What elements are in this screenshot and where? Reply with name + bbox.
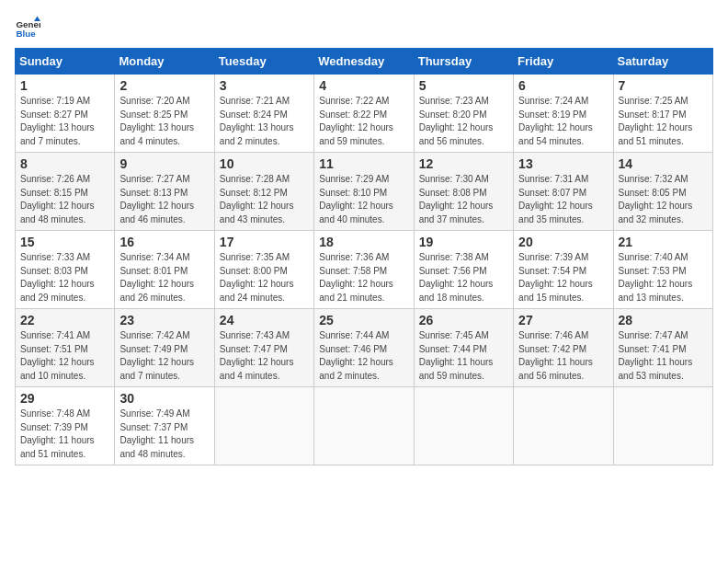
day-info: Sunrise: 7:29 AM Sunset: 8:10 PM Dayligh… (319, 173, 408, 226)
day-info: Sunrise: 7:42 AM Sunset: 7:49 PM Dayligh… (119, 329, 209, 383)
day-info: Sunrise: 7:24 AM Sunset: 8:19 PM Dayligh… (518, 95, 608, 148)
calendar-cell: 20Sunrise: 7:39 AM Sunset: 7:54 PM Dayli… (514, 231, 613, 309)
calendar-cell: 1Sunrise: 7:19 AM Sunset: 8:27 PM Daylig… (16, 75, 115, 153)
day-info: Sunrise: 7:23 AM Sunset: 8:20 PM Dayligh… (419, 95, 508, 148)
calendar-cell: 22Sunrise: 7:41 AM Sunset: 7:51 PM Dayli… (16, 309, 115, 387)
svg-text:Blue: Blue (16, 29, 36, 39)
day-number: 9 (119, 156, 209, 171)
day-info: Sunrise: 7:38 AM Sunset: 7:56 PM Dayligh… (419, 251, 508, 304)
day-info: Sunrise: 7:44 AM Sunset: 7:46 PM Dayligh… (319, 329, 408, 383)
day-number: 27 (518, 313, 608, 327)
day-number: 12 (419, 156, 508, 171)
day-number: 25 (319, 313, 408, 327)
day-info: Sunrise: 7:25 AM Sunset: 8:17 PM Dayligh… (619, 95, 708, 148)
day-number: 19 (419, 235, 508, 249)
day-info: Sunrise: 7:45 AM Sunset: 7:44 PM Dayligh… (419, 329, 508, 383)
day-info: Sunrise: 7:32 AM Sunset: 8:05 PM Dayligh… (619, 173, 708, 226)
calendar-cell: 8Sunrise: 7:26 AM Sunset: 8:15 PM Daylig… (16, 153, 115, 231)
calendar-cell (514, 387, 613, 465)
day-info: Sunrise: 7:27 AM Sunset: 8:13 PM Dayligh… (119, 173, 209, 226)
calendar-week-row: 15Sunrise: 7:33 AM Sunset: 8:03 PM Dayli… (16, 231, 713, 309)
day-info: Sunrise: 7:26 AM Sunset: 8:15 PM Dayligh… (20, 173, 109, 226)
calendar-cell: 26Sunrise: 7:45 AM Sunset: 7:44 PM Dayli… (414, 309, 513, 387)
calendar-cell (314, 387, 414, 465)
day-number: 4 (319, 78, 408, 93)
day-number: 14 (619, 156, 708, 171)
calendar-week-row: 22Sunrise: 7:41 AM Sunset: 7:51 PM Dayli… (16, 309, 713, 387)
logo: General Blue (15, 15, 44, 40)
calendar-cell: 4Sunrise: 7:22 AM Sunset: 8:22 PM Daylig… (314, 75, 414, 153)
calendar-cell: 24Sunrise: 7:43 AM Sunset: 7:47 PM Dayli… (214, 309, 313, 387)
day-number: 3 (220, 78, 309, 93)
day-info: Sunrise: 7:28 AM Sunset: 8:12 PM Dayligh… (220, 173, 309, 226)
day-number: 1 (20, 78, 109, 93)
calendar-cell: 13Sunrise: 7:31 AM Sunset: 8:07 PM Dayli… (514, 153, 613, 231)
day-number: 26 (419, 313, 508, 327)
day-number: 18 (319, 235, 408, 249)
calendar-cell: 7Sunrise: 7:25 AM Sunset: 8:17 PM Daylig… (613, 75, 712, 153)
calendar-cell: 10Sunrise: 7:28 AM Sunset: 8:12 PM Dayli… (214, 153, 313, 231)
page-header: General Blue (15, 15, 713, 40)
day-number: 22 (20, 313, 109, 327)
day-number: 17 (220, 235, 309, 249)
day-info: Sunrise: 7:20 AM Sunset: 8:25 PM Dayligh… (119, 95, 209, 148)
calendar-cell: 18Sunrise: 7:36 AM Sunset: 7:58 PM Dayli… (314, 231, 414, 309)
day-info: Sunrise: 7:36 AM Sunset: 7:58 PM Dayligh… (319, 251, 408, 304)
calendar-cell: 6Sunrise: 7:24 AM Sunset: 8:19 PM Daylig… (514, 75, 613, 153)
calendar-cell: 3Sunrise: 7:21 AM Sunset: 8:24 PM Daylig… (214, 75, 313, 153)
calendar-cell: 5Sunrise: 7:23 AM Sunset: 8:20 PM Daylig… (414, 75, 513, 153)
calendar-cell: 9Sunrise: 7:27 AM Sunset: 8:13 PM Daylig… (115, 153, 214, 231)
day-number: 23 (119, 313, 209, 327)
day-number: 28 (619, 313, 708, 327)
day-number: 7 (619, 78, 708, 93)
calendar-cell: 16Sunrise: 7:34 AM Sunset: 8:01 PM Dayli… (115, 231, 214, 309)
day-number: 6 (518, 78, 608, 93)
day-info: Sunrise: 7:34 AM Sunset: 8:01 PM Dayligh… (119, 251, 209, 304)
calendar-cell: 17Sunrise: 7:35 AM Sunset: 8:00 PM Dayli… (214, 231, 313, 309)
day-number: 11 (319, 156, 408, 171)
day-number: 8 (20, 156, 109, 171)
day-info: Sunrise: 7:49 AM Sunset: 7:37 PM Dayligh… (119, 408, 209, 461)
weekday-header: Thursday (414, 49, 513, 75)
calendar-cell: 2Sunrise: 7:20 AM Sunset: 8:25 PM Daylig… (115, 75, 214, 153)
calendar-cell: 23Sunrise: 7:42 AM Sunset: 7:49 PM Dayli… (115, 309, 214, 387)
day-number: 2 (119, 78, 209, 93)
weekday-header: Wednesday (314, 49, 414, 75)
day-number: 5 (419, 78, 508, 93)
day-info: Sunrise: 7:47 AM Sunset: 7:41 PM Dayligh… (619, 329, 708, 383)
day-info: Sunrise: 7:31 AM Sunset: 8:07 PM Dayligh… (518, 173, 608, 226)
calendar-cell (214, 387, 313, 465)
calendar-week-row: 8Sunrise: 7:26 AM Sunset: 8:15 PM Daylig… (16, 153, 713, 231)
calendar-cell: 25Sunrise: 7:44 AM Sunset: 7:46 PM Dayli… (314, 309, 414, 387)
day-number: 29 (20, 391, 109, 406)
day-info: Sunrise: 7:40 AM Sunset: 7:53 PM Dayligh… (619, 251, 708, 304)
day-number: 20 (518, 235, 608, 249)
day-info: Sunrise: 7:46 AM Sunset: 7:42 PM Dayligh… (518, 329, 608, 383)
calendar-table: SundayMondayTuesdayWednesdayThursdayFrid… (15, 48, 713, 465)
day-info: Sunrise: 7:39 AM Sunset: 7:54 PM Dayligh… (518, 251, 608, 304)
logo-icon: General Blue (15, 15, 40, 40)
calendar-cell: 21Sunrise: 7:40 AM Sunset: 7:53 PM Dayli… (613, 231, 712, 309)
day-number: 10 (220, 156, 309, 171)
day-info: Sunrise: 7:43 AM Sunset: 7:47 PM Dayligh… (220, 329, 309, 383)
calendar-cell: 14Sunrise: 7:32 AM Sunset: 8:05 PM Dayli… (613, 153, 712, 231)
weekday-header: Monday (115, 49, 214, 75)
calendar-cell: 27Sunrise: 7:46 AM Sunset: 7:42 PM Dayli… (514, 309, 613, 387)
day-number: 21 (619, 235, 708, 249)
calendar-cell: 29Sunrise: 7:48 AM Sunset: 7:39 PM Dayli… (16, 387, 115, 465)
day-info: Sunrise: 7:33 AM Sunset: 8:03 PM Dayligh… (20, 251, 109, 304)
calendar-cell: 15Sunrise: 7:33 AM Sunset: 8:03 PM Dayli… (16, 231, 115, 309)
calendar-cell: 19Sunrise: 7:38 AM Sunset: 7:56 PM Dayli… (414, 231, 513, 309)
weekday-header: Friday (514, 49, 613, 75)
day-info: Sunrise: 7:19 AM Sunset: 8:27 PM Dayligh… (20, 95, 109, 148)
day-info: Sunrise: 7:48 AM Sunset: 7:39 PM Dayligh… (20, 408, 109, 461)
day-number: 30 (119, 391, 209, 406)
calendar-cell: 30Sunrise: 7:49 AM Sunset: 7:37 PM Dayli… (115, 387, 214, 465)
day-number: 24 (220, 313, 309, 327)
calendar-cell: 11Sunrise: 7:29 AM Sunset: 8:10 PM Dayli… (314, 153, 414, 231)
day-number: 13 (518, 156, 608, 171)
calendar-week-row: 29Sunrise: 7:48 AM Sunset: 7:39 PM Dayli… (16, 387, 713, 465)
day-info: Sunrise: 7:30 AM Sunset: 8:08 PM Dayligh… (419, 173, 508, 226)
calendar-cell (414, 387, 513, 465)
calendar-cell: 12Sunrise: 7:30 AM Sunset: 8:08 PM Dayli… (414, 153, 513, 231)
